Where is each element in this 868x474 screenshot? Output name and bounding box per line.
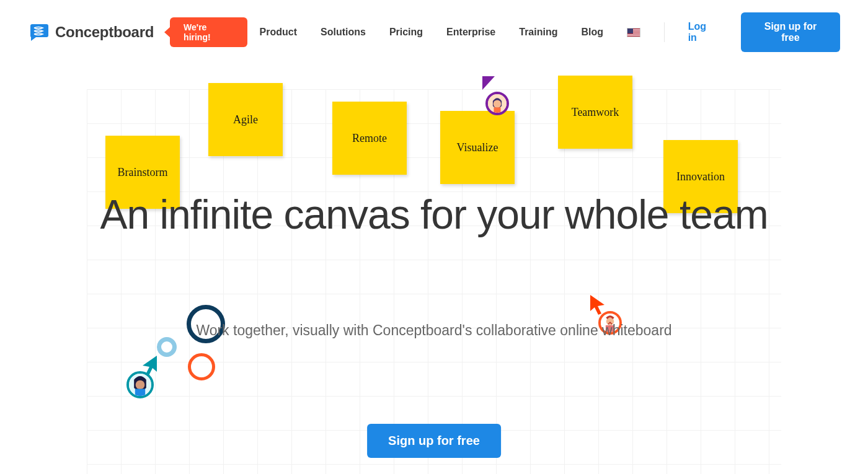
purple-cursor-flag-icon — [482, 76, 498, 92]
nav-divider — [664, 22, 665, 42]
avatar-icon — [129, 374, 151, 396]
sticky-label: Visualize — [457, 141, 498, 154]
signup-button-header[interactable]: Sign up for free — [741, 12, 840, 52]
nav-item-product[interactable]: Product — [260, 27, 297, 38]
sticky-remote: Remote — [332, 102, 407, 175]
avatar-icon — [488, 94, 507, 113]
hero-headline: An infinite canvas for your whole team — [0, 188, 868, 242]
svg-rect-2 — [494, 107, 500, 113]
nav-item-enterprise[interactable]: Enterprise — [446, 27, 495, 38]
conceptboard-logo-icon — [28, 23, 49, 42]
nav-item-solutions[interactable]: Solutions — [321, 27, 366, 38]
svg-point-7 — [136, 380, 145, 390]
hero: Brainstorm Agile Remote Visualize Teamwo… — [0, 64, 868, 474]
nav-item-training[interactable]: Training — [519, 27, 557, 38]
hiring-badge[interactable]: We're hiring! — [170, 17, 247, 47]
main-nav: Product Solutions Pricing Enterprise Tra… — [260, 12, 840, 52]
brand-name: Conceptboard — [55, 24, 154, 41]
sticky-label: Agile — [233, 113, 258, 126]
sticky-teamwork: Teamwork — [558, 76, 632, 149]
login-link[interactable]: Log in — [688, 21, 717, 43]
sticky-label: Innovation — [676, 170, 725, 183]
sticky-label: Brainstorm — [118, 166, 168, 179]
header: Conceptboard We're hiring! Product Solut… — [0, 0, 868, 64]
signup-button-hero[interactable]: Sign up for free — [367, 424, 501, 458]
deco-circle-orange — [188, 353, 215, 380]
svg-rect-8 — [135, 389, 145, 396]
nav-item-pricing[interactable]: Pricing — [389, 27, 423, 38]
brand-logo[interactable]: Conceptboard — [28, 23, 154, 42]
svg-point-1 — [494, 100, 502, 108]
locale-flag-icon[interactable] — [627, 28, 640, 37]
user-cursor-teal — [126, 371, 154, 398]
hero-subtext: Work together, visually with Conceptboar… — [0, 315, 868, 346]
nav-item-blog[interactable]: Blog — [581, 27, 603, 38]
user-cursor-purple — [485, 92, 509, 115]
sticky-visualize: Visualize — [440, 111, 515, 184]
sticky-label: Remote — [352, 132, 387, 145]
sticky-label: Teamwork — [572, 106, 619, 119]
sticky-agile: Agile — [208, 83, 283, 156]
